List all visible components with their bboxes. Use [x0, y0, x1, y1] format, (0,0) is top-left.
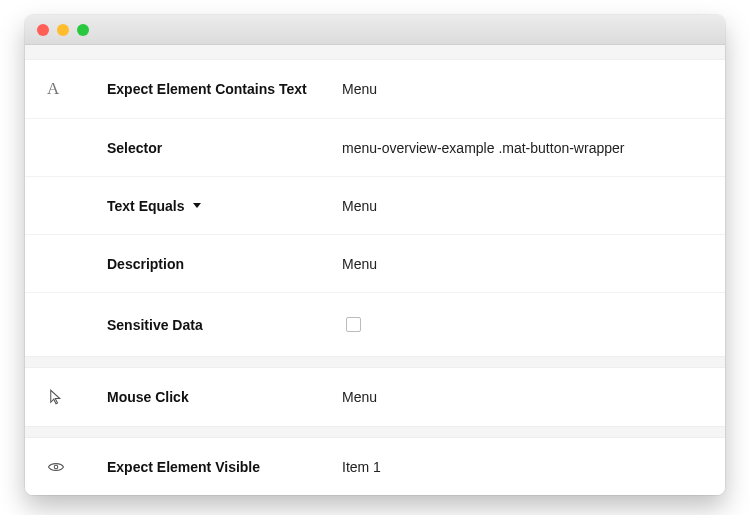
step-summary-value: Menu — [342, 81, 377, 97]
field-label-selector: Selector — [107, 140, 162, 156]
field-text-equals-row[interactable]: Text Equals Menu — [25, 176, 725, 234]
field-label-description: Description — [107, 256, 184, 272]
chevron-down-icon[interactable] — [193, 203, 201, 208]
step-title: Expect Element Visible — [107, 459, 260, 475]
field-label-sensitive-data: Sensitive Data — [107, 317, 203, 333]
step-summary-value: Menu — [342, 389, 377, 405]
field-description-row[interactable]: Description Menu — [25, 234, 725, 292]
field-value-text-equals: Menu — [342, 198, 377, 214]
titlebar — [25, 15, 725, 45]
window-maximize-button[interactable] — [77, 24, 89, 36]
eye-icon — [47, 458, 65, 476]
svg-point-0 — [54, 465, 58, 469]
step-expect-visible[interactable]: Expect Element Visible Item 1 — [25, 437, 725, 495]
text-icon: A — [47, 79, 59, 99]
cursor-icon — [47, 388, 65, 406]
step-title: Expect Element Contains Text — [107, 81, 307, 97]
step-expect-contains-text[interactable]: A Expect Element Contains Text Menu Sele… — [25, 59, 725, 357]
field-value-description: Menu — [342, 256, 377, 272]
sensitive-data-checkbox[interactable] — [346, 317, 361, 332]
window-minimize-button[interactable] — [57, 24, 69, 36]
content-area: A Expect Element Contains Text Menu Sele… — [25, 45, 725, 495]
field-selector-row[interactable]: Selector menu-overview-example .mat-butt… — [25, 118, 725, 176]
field-value-selector: menu-overview-example .mat-button-wrappe… — [342, 140, 624, 156]
step-summary-value: Item 1 — [342, 459, 381, 475]
step-title: Mouse Click — [107, 389, 189, 405]
field-label-text-equals: Text Equals — [107, 198, 185, 214]
app-window: A Expect Element Contains Text Menu Sele… — [25, 15, 725, 495]
window-close-button[interactable] — [37, 24, 49, 36]
field-sensitive-data-row[interactable]: Sensitive Data — [25, 292, 725, 356]
step-mouse-click[interactable]: Mouse Click Menu — [25, 367, 725, 427]
